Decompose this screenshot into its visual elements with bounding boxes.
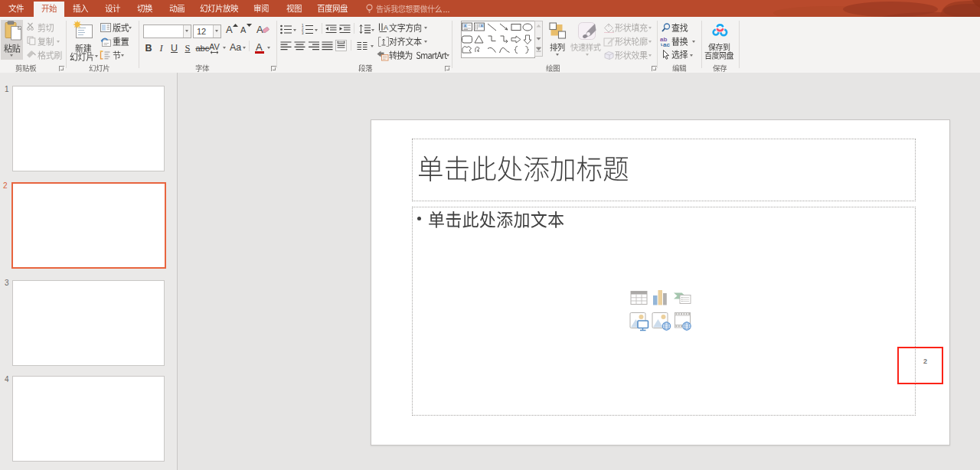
- svg-text:A: A: [481, 24, 483, 28]
- svg-text:ac: ac: [663, 41, 670, 47]
- svg-text:A: A: [464, 24, 466, 28]
